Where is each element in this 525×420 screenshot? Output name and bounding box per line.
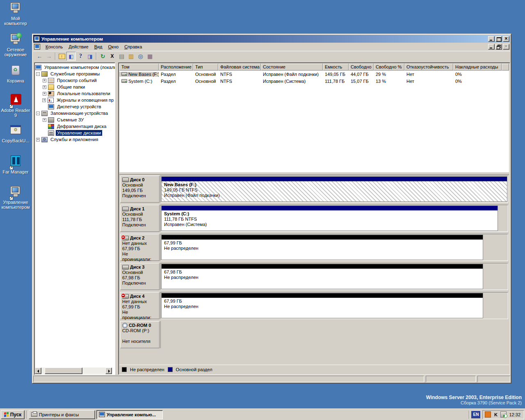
menu-action[interactable]: Действие (66, 43, 91, 50)
desktop-icon-far-manager[interactable]: Far Manager (0, 155, 31, 174)
volume-row-system[interactable]: System (C:) Раздел Основной NTFS Исправе… (119, 78, 509, 84)
expand-box[interactable]: + (43, 92, 46, 96)
find-icon[interactable]: ◎ (136, 52, 145, 61)
expand-box[interactable]: + (42, 98, 46, 102)
unallocated-space[interactable]: 67,98 ГБ Не распределен (161, 264, 483, 289)
tray-sql-server-icon[interactable] (500, 411, 507, 418)
computer-management-icon (9, 185, 23, 199)
column-header-filesystem[interactable]: Файловая система (218, 64, 261, 71)
show-hide-tree-icon[interactable]: ◧ (66, 52, 76, 61)
disk-management-panel: Том Расположение Тип Файловая система Со… (118, 62, 510, 375)
tree-item-services-applications[interactable]: + Службы и приложения (35, 136, 115, 143)
back-icon[interactable]: ← (35, 52, 44, 61)
tree-item-disk-defragmenter[interactable]: Дефрагментация диска (35, 123, 115, 130)
disk-0-label[interactable]: Диск 0 Основной 149,05 ГБ Подключен (120, 176, 160, 203)
horizontal-splitter[interactable] (119, 172, 509, 175)
desktop-icon-recycle-bin[interactable]: Корзина (0, 64, 31, 83)
column-header-volume[interactable]: Том (119, 64, 159, 71)
menu-view[interactable]: Вид (91, 43, 105, 50)
column-header-status[interactable]: Состояние (261, 64, 323, 71)
unallocated-space[interactable]: 67,99 ГБ Не распределен (161, 235, 483, 260)
close-button[interactable] (503, 36, 509, 42)
tree-horizontal-scrollbar[interactable] (35, 368, 112, 374)
tree-item-shared-folders[interactable]: + Общие папки (35, 84, 115, 90)
taskbar-task-printers[interactable]: Принтеры и факсы (29, 410, 95, 419)
primary-partition-stripe (162, 177, 507, 181)
column-header-overhead[interactable]: Накладные расходы (453, 64, 502, 71)
window-icon (34, 36, 40, 41)
desktop-icon-adobe-reader[interactable]: Adobe Reader 9 (0, 94, 31, 118)
title-bar[interactable]: Управление компьютером (33, 35, 510, 43)
desktop-icon-network[interactable]: Сетевое окружение (0, 33, 31, 57)
clock[interactable]: 12:32 (508, 412, 520, 417)
tray-kaspersky-icon[interactable]: K (493, 411, 499, 418)
menu-console[interactable]: Консоль (43, 43, 66, 50)
desktop-icon-copybackup[interactable]: CopyBackU... (0, 124, 31, 143)
partition-new-bases[interactable]: New Bases (F:) 149,05 ГБ NTFS Исправен (… (161, 176, 507, 202)
delete-icon[interactable]: X (107, 52, 117, 61)
tree-item-performance-logs[interactable]: + Журналы и оповещения пр (35, 97, 115, 103)
cdrom-0-label[interactable]: CD-ROM 0 CD-ROM (P:) Нет носителя (120, 321, 160, 348)
mdi-restore-button[interactable] (495, 44, 502, 50)
services-icon (41, 137, 48, 142)
column-header-free[interactable]: Свободно (349, 64, 374, 71)
column-header-fault-tolerance[interactable]: Отказоустойчивость (404, 64, 453, 71)
menu-window[interactable]: Окно (105, 43, 122, 50)
column-header-type[interactable]: Тип (193, 64, 218, 71)
collapse-box[interactable]: - (36, 112, 40, 115)
collapse-box[interactable]: - (36, 72, 40, 76)
refresh-icon[interactable]: ↻ (98, 52, 107, 61)
disk-4-label[interactable]: Диск 4 Нет данных 67,99 ГБ Не проинициал… (120, 292, 160, 319)
forward-icon[interactable]: → (44, 52, 54, 61)
expand-box[interactable]: + (43, 118, 46, 122)
scrollbar-thumb[interactable] (45, 368, 82, 374)
mdi-close-button[interactable] (503, 44, 509, 50)
open-folder-icon[interactable]: ▥ (126, 52, 136, 61)
menu-help[interactable]: Справка (121, 43, 145, 50)
unallocated-space[interactable]: 67,99 ГБ Не распределен (161, 293, 483, 318)
disk-3-label[interactable]: Диск 3 Основной 67,98 ГБ Подключен (120, 263, 160, 290)
tree-item-computer-management-root[interactable]: Управление компьютером (локаль (35, 64, 115, 71)
up-one-level-icon[interactable]: ↑ (57, 52, 66, 61)
taskbar-task-computer-management[interactable]: Управление компью... (96, 410, 163, 419)
help-topics-icon[interactable]: ? (76, 52, 85, 61)
scroll-left-arrow[interactable] (35, 368, 41, 374)
manage-icon[interactable]: ▦ (145, 52, 155, 61)
status-pane (426, 376, 476, 382)
show-panel-icon[interactable]: ◨ (85, 52, 95, 61)
tree-item-disk-management[interactable]: Управление дисками (35, 130, 115, 136)
expand-box[interactable]: + (36, 138, 40, 142)
disk-1-label[interactable]: Диск 1 Основной 111,78 ГБ Подключен (120, 205, 160, 232)
column-header-free-pct[interactable]: Свободно % (374, 64, 404, 71)
disk-error-icon (122, 236, 129, 240)
tree-item-system-tools[interactable]: - Служебные программы (35, 71, 115, 77)
desktop-icon-label: Мой компьютер (0, 16, 31, 26)
tree-item-device-manager[interactable]: Диспетчер устройств (35, 103, 115, 110)
language-indicator[interactable]: EN (471, 411, 480, 418)
scroll-right-arrow[interactable] (105, 368, 112, 374)
tree-item-local-users[interactable]: + Локальные пользователи (35, 90, 115, 97)
expand-box[interactable]: + (43, 79, 46, 82)
start-button[interactable]: Пуск (1, 410, 25, 419)
tree-item-removable-storage[interactable]: + Съемные ЗУ (35, 116, 115, 123)
mdi-child-icon[interactable] (34, 44, 40, 50)
disk-2-label[interactable]: Диск 2 Нет данных 67,99 ГБ Не проинициал… (120, 234, 160, 261)
mdi-minimize-button[interactable] (488, 44, 495, 50)
tray-1c-icon[interactable] (485, 411, 491, 418)
legend-label-primary: Основной раздел (176, 367, 212, 372)
tree-item-storage[interactable]: - Запоминающие устройства (35, 110, 115, 116)
tree-item-event-viewer[interactable]: + Просмотр событий (35, 77, 115, 84)
column-header-capacity[interactable]: Емкость (323, 64, 349, 71)
panel-splitter[interactable] (115, 62, 118, 375)
desktop-icon-computer-management[interactable]: Управление компьютером (0, 185, 31, 210)
volume-row-new-bases[interactable]: New Bases (F:) Раздел Основной NTFS Испр… (119, 71, 509, 78)
partition-system[interactable]: System (C:) 111,78 ГБ NTFS Исправен (Сис… (161, 205, 498, 231)
properties-icon[interactable]: ▤ (117, 52, 126, 61)
volume-list-header: Том Расположение Тип Файловая система Со… (119, 64, 509, 71)
maximize-button[interactable] (495, 36, 502, 42)
expand-box[interactable]: + (43, 85, 46, 89)
desktop-icon-my-computer[interactable]: Мой компьютер (0, 2, 31, 26)
event-viewer-icon (48, 78, 54, 83)
minimize-button[interactable] (488, 36, 495, 42)
column-header-layout[interactable]: Расположение (159, 64, 193, 71)
